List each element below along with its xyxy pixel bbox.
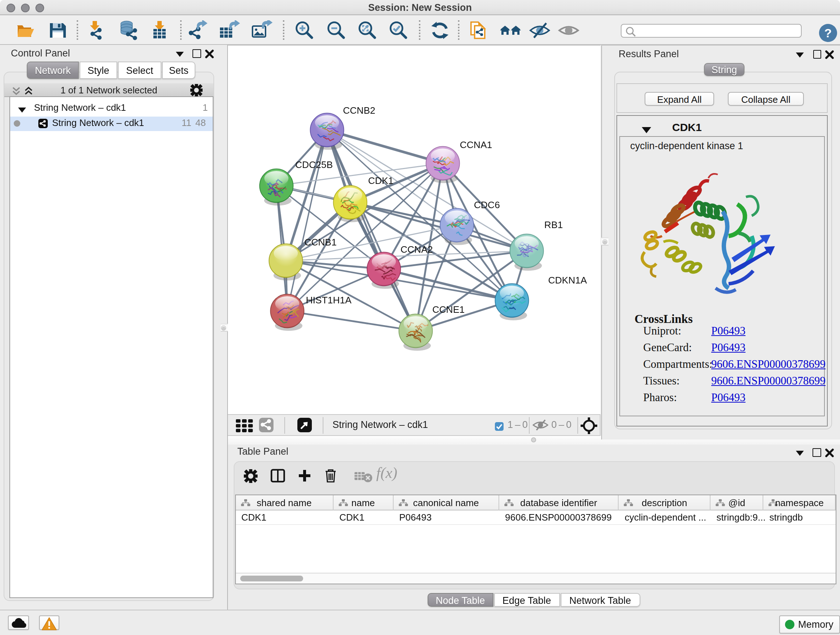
svg-text:CDC6: CDC6 bbox=[474, 200, 500, 211]
svg-text:CDKN1A: CDKN1A bbox=[548, 275, 587, 286]
svg-text:CCNA2: CCNA2 bbox=[401, 244, 433, 255]
svg-text:CDC25B: CDC25B bbox=[295, 159, 333, 170]
svg-text:CDK1: CDK1 bbox=[368, 175, 393, 186]
svg-text:RB1: RB1 bbox=[545, 219, 563, 230]
svg-text:CCNB2: CCNB2 bbox=[343, 105, 375, 116]
svg-text:HIST1H1A: HIST1H1A bbox=[306, 295, 352, 306]
svg-text:CCNA1: CCNA1 bbox=[460, 139, 492, 150]
svg-text:?: ? bbox=[824, 26, 832, 40]
svg-text:CCNB1: CCNB1 bbox=[304, 237, 336, 248]
svg-text:CCNE1: CCNE1 bbox=[432, 304, 464, 315]
